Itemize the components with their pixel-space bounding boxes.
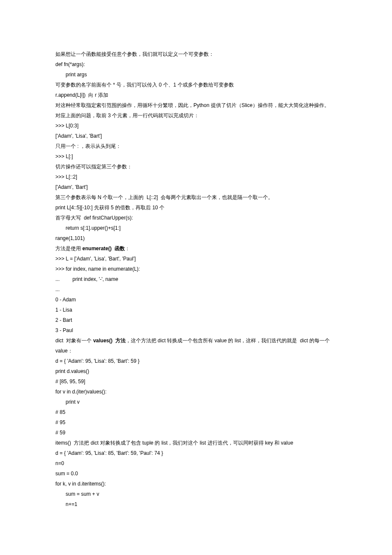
plain-text: 方法是使用 bbox=[55, 246, 82, 251]
text-line: print L[4::5][-10:] 先获得 5 的倍数，再取后 10 个 bbox=[55, 202, 337, 213]
text-line: 3 - Paul bbox=[55, 325, 337, 335]
text-line: n=0 bbox=[55, 458, 337, 468]
text-line: d = { 'Adam': 95, 'Lisa': 85, 'Bart': 59… bbox=[55, 356, 337, 366]
text-line: 只用一个 : ，表示从头到尾： bbox=[55, 141, 337, 151]
plain-text: dict 对象有一个 bbox=[55, 338, 93, 344]
text-line: print v bbox=[55, 397, 337, 407]
text-line: 对这种经常取指定索引范围的操作，用循环十分繁琐，因此，Python 提供了切片（… bbox=[55, 100, 337, 110]
text-line: sum = sum + v bbox=[55, 489, 337, 499]
text-line: 可变参数的名字前面有个 * 号，我们可以传入 0 个、1 个或多个参数给可变参数 bbox=[55, 80, 337, 90]
text-line: 第三个参数表示每 N 个取一个，上面的 L[::2] 会每两个元素取出一个来，也… bbox=[55, 192, 337, 202]
text-line: # 85 bbox=[55, 407, 337, 417]
document-page: 如果想让一个函数能接受任意个参数，我们就可以定义一个可变参数：def fn(*a… bbox=[0, 0, 392, 555]
text-line: range(1,101) bbox=[55, 233, 337, 243]
text-line: 方法是使用 enumerate() 函数： bbox=[55, 243, 337, 254]
text-line: >>> L[::2] bbox=[55, 172, 337, 182]
text-line: ['Adam', 'Bart'] bbox=[55, 182, 337, 192]
text-line: 对应上面的问题，取前 3 个元素，用一行代码就可以完成切片： bbox=[55, 110, 337, 121]
bold-text: values() 方法 bbox=[93, 338, 126, 344]
text-line: ... bbox=[55, 284, 337, 295]
text-line: ['Adam', 'Lisa', 'Bart'] bbox=[55, 131, 337, 141]
text-line: 切片操作还可以指定第三个参数： bbox=[55, 162, 337, 172]
text-line: >>> L[:] bbox=[55, 151, 337, 162]
plain-text: ： bbox=[125, 246, 130, 251]
text-line: >>> L[0:3] bbox=[55, 121, 337, 131]
text-line: r.append(L[i]) 向 r 添加 bbox=[55, 90, 337, 100]
text-line: sum = 0.0 bbox=[55, 468, 337, 479]
text-line: n+=1 bbox=[55, 499, 337, 509]
text-line: 0 - Adam bbox=[55, 295, 337, 305]
text-line: >>> L = ['Adam', 'Lisa', 'Bart', 'Paul'] bbox=[55, 254, 337, 264]
text-line: print d.values() bbox=[55, 366, 337, 376]
text-line: 2 - Bart bbox=[55, 315, 337, 325]
text-line: # [85, 95, 59] bbox=[55, 376, 337, 387]
text-line: d = { 'Adam': 95, 'Lisa': 85, 'Bart': 59… bbox=[55, 448, 337, 458]
text-line: items() 方法把 dict 对象转换成了包含 tuple 的 list，我… bbox=[55, 438, 337, 448]
text-line: for k, v in d.iteritems(): bbox=[55, 479, 337, 489]
text-line: for v in d.(iter)values(): bbox=[55, 387, 337, 397]
text-line: 如果想让一个函数能接受任意个参数，我们就可以定义一个可变参数： bbox=[55, 49, 337, 59]
text-line: 1 - Lisa bbox=[55, 305, 337, 315]
text-line: 首字母大写 def firstCharUpper(s): bbox=[55, 213, 337, 223]
text-line: ... print index, '-', name bbox=[55, 274, 337, 284]
text-line: def fn(*args): bbox=[55, 59, 337, 69]
text-line: return s[:1].upper()+s[1:] bbox=[55, 223, 337, 233]
text-line: # 95 bbox=[55, 417, 337, 428]
text-line: print args bbox=[55, 69, 337, 80]
bold-text: enumerate() 函数 bbox=[82, 246, 124, 251]
text-line: >>> for index, name in enumerate(L): bbox=[55, 264, 337, 274]
text-line: dict 对象有一个 values() 方法，这个方法把 dict 转换成一个包… bbox=[55, 335, 337, 356]
text-line: # 59 bbox=[55, 428, 337, 438]
